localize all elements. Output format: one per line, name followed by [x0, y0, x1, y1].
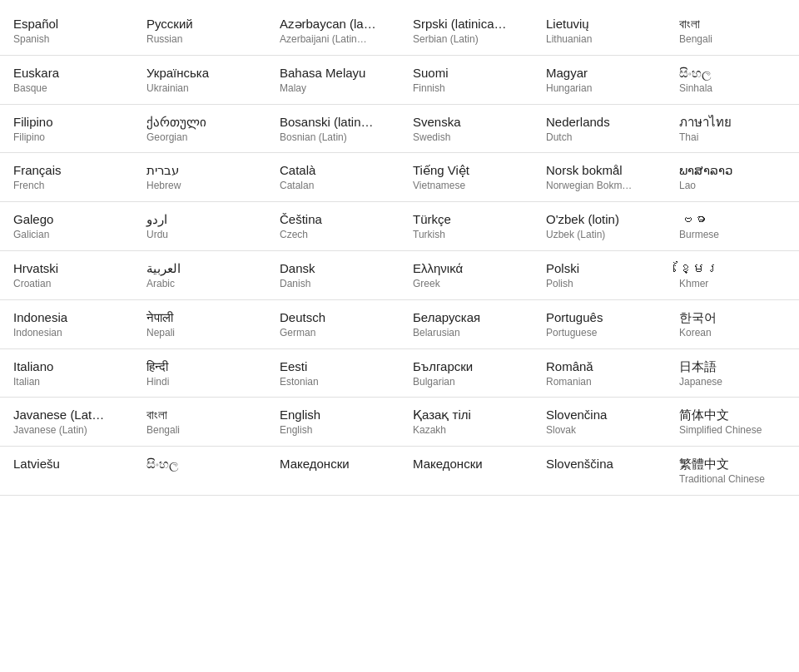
lang-english: Khmer	[679, 277, 786, 291]
language-item[interactable]: Filipino Filipino	[0, 105, 133, 154]
language-item[interactable]: Indonesia Indonesian	[0, 300, 133, 349]
language-item[interactable]: Azərbaycan (la… Azerbaijani (Latin…	[266, 7, 400, 56]
language-item[interactable]: English English	[266, 398, 400, 447]
language-item[interactable]: Bosanski (latin… Bosnian (Latin)	[266, 105, 400, 154]
lang-english: Galician	[13, 228, 120, 242]
language-item[interactable]: ພາສາລາວ Lao	[666, 153, 799, 202]
language-grid: Español Spanish Русский Russian Azərbayc…	[0, 0, 799, 502]
language-item[interactable]: Français French	[0, 153, 133, 202]
language-item[interactable]: Latviešu	[0, 447, 133, 496]
language-item[interactable]: Polski Polish	[533, 251, 666, 300]
language-item[interactable]: Hrvatski Croatian	[0, 251, 133, 300]
language-item[interactable]: Ελληνικά Greek	[400, 251, 533, 300]
language-item[interactable]: Norsk bokmål Norwegian Bokm…	[533, 153, 666, 202]
lang-english: Georgian	[146, 131, 253, 145]
language-item[interactable]: Italiano Italian	[0, 349, 133, 398]
language-item[interactable]: Português Portuguese	[533, 300, 666, 349]
language-item[interactable]: Dansk Danish	[266, 251, 400, 300]
lang-english: Urdu	[146, 228, 253, 242]
lang-english: Lao	[679, 179, 786, 193]
language-item[interactable]: اردو Urdu	[133, 202, 266, 251]
language-item[interactable]: Eesti Estonian	[266, 349, 400, 398]
lang-native: 简体中文	[679, 406, 786, 423]
lang-english: Traditional Chinese	[679, 472, 786, 487]
lang-native: Slovenčina	[546, 406, 653, 423]
language-item[interactable]: বাংলা Bengali	[666, 7, 799, 56]
language-item[interactable]: Suomi Finnish	[400, 56, 533, 105]
lang-native: ខ្មែរ	[679, 259, 786, 277]
lang-english: Ukrainian	[146, 82, 253, 96]
language-item[interactable]: Русский Russian	[133, 7, 266, 56]
lang-english: German	[280, 326, 386, 340]
lang-native: Indonesia	[13, 309, 120, 326]
language-item[interactable]: Slovenčina Slovak	[533, 398, 666, 447]
lang-english: Romanian	[546, 375, 653, 389]
language-item[interactable]: Română Romanian	[533, 349, 666, 398]
lang-english: Greek	[413, 277, 519, 291]
language-item[interactable]: ქართული Georgian	[133, 105, 266, 154]
lang-english: Italian	[13, 375, 120, 389]
lang-native: עברית	[146, 161, 253, 179]
language-item[interactable]: Galego Galician	[0, 202, 133, 251]
language-item[interactable]: Svenska Swedish	[400, 105, 533, 154]
lang-english: Hindi	[146, 375, 253, 389]
lang-english: Bengali	[146, 423, 253, 437]
language-item[interactable]: 繁體中文 Traditional Chinese	[666, 447, 799, 496]
lang-native: Українська	[146, 64, 253, 82]
lang-english: Estonian	[280, 375, 386, 389]
language-item[interactable]: ภาษาไทย Thai	[666, 105, 799, 154]
language-item[interactable]: العربية Arabic	[133, 251, 266, 300]
language-item[interactable]: Македонски	[400, 447, 533, 496]
language-item[interactable]: ខ្មែរ Khmer	[666, 251, 799, 300]
language-item[interactable]: Bahasa Melayu Malay	[266, 56, 400, 105]
lang-native: Dansk	[280, 259, 386, 277]
language-item[interactable]: Türkçe Turkish	[400, 202, 533, 251]
language-item[interactable]: Euskara Basque	[0, 56, 133, 105]
language-item[interactable]: 한국어 Korean	[666, 300, 799, 349]
lang-native: Македонски	[280, 455, 386, 472]
language-item[interactable]: नेपाली Nepali	[133, 300, 266, 349]
language-item[interactable]: Slovenščina	[533, 447, 666, 496]
language-item[interactable]: 简体中文 Simplified Chinese	[666, 398, 799, 447]
language-item[interactable]: Українська Ukrainian	[133, 56, 266, 105]
lang-native: සිංහල	[146, 455, 253, 472]
lang-english: Vietnamese	[413, 179, 519, 193]
lang-native: Slovenščina	[546, 455, 653, 472]
lang-english: Thai	[679, 131, 786, 145]
language-item[interactable]: हिन्दी Hindi	[133, 349, 266, 398]
lang-english: Nepali	[146, 326, 253, 340]
lang-native: Magyar	[546, 64, 653, 82]
language-item[interactable]: Srpski (latinica… Serbian (Latin)	[400, 7, 533, 56]
language-item[interactable]: සිංහල Sinhala	[666, 56, 799, 105]
language-item[interactable]: Čeština Czech	[266, 202, 400, 251]
lang-english: Arabic	[146, 277, 253, 291]
language-item[interactable]: বাংলা Bengali	[133, 398, 266, 447]
lang-native: ພາສາລາວ	[679, 161, 786, 179]
lang-english: Swedish	[413, 131, 519, 145]
language-item[interactable]: Македонски	[266, 447, 400, 496]
language-item[interactable]: Magyar Hungarian	[533, 56, 666, 105]
lang-english: Indonesian	[13, 326, 120, 340]
lang-native: Català	[280, 161, 386, 179]
language-item[interactable]: Javanese (Lat… Javanese (Latin)	[0, 398, 133, 447]
language-item[interactable]: Беларуская Belarusian	[400, 300, 533, 349]
language-item[interactable]: Nederlands Dutch	[533, 105, 666, 154]
language-item[interactable]: Lietuvių Lithuanian	[533, 7, 666, 56]
language-item[interactable]: Қазақ тілі Kazakh	[400, 398, 533, 447]
language-item[interactable]: Català Catalan	[266, 153, 400, 202]
lang-english: Japanese	[679, 375, 786, 389]
language-item[interactable]: 日本語 Japanese	[666, 349, 799, 398]
lang-native: العربية	[146, 259, 253, 277]
language-item[interactable]: Tiếng Việt Vietnamese	[400, 153, 533, 202]
language-item[interactable]: עברית Hebrew	[133, 153, 266, 202]
language-item[interactable]: O'zbek (lotin) Uzbek (Latin)	[533, 202, 666, 251]
language-item[interactable]: ဗမာ Burmese	[666, 202, 799, 251]
lang-native: Ελληνικά	[413, 259, 519, 277]
lang-native: Čeština	[280, 210, 386, 228]
lang-native: Español	[13, 15, 120, 32]
language-item[interactable]: Español Spanish	[0, 7, 133, 56]
language-item[interactable]: Deutsch German	[266, 300, 400, 349]
language-item[interactable]: Български Bulgarian	[400, 349, 533, 398]
lang-english: Filipino	[13, 131, 120, 145]
language-item[interactable]: සිංහල	[133, 447, 266, 496]
